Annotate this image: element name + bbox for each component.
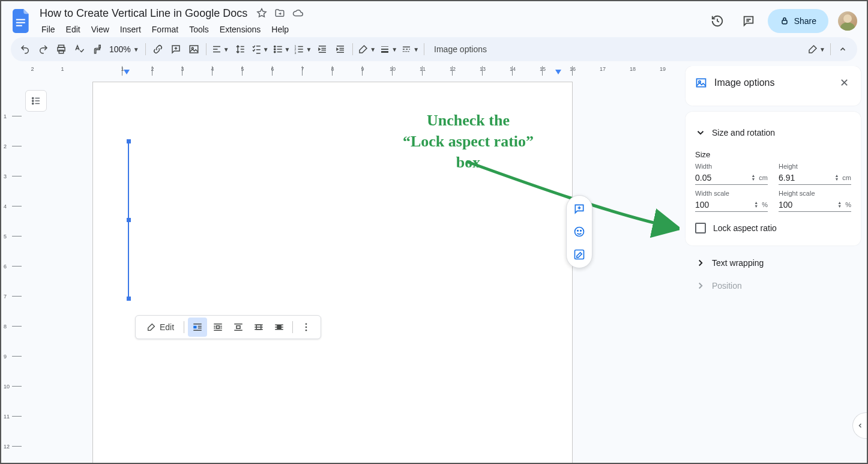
height-label: Height [779,163,851,170]
section-size-rotation[interactable]: Size and rotation [695,121,851,144]
image-options-button[interactable]: Image options [428,44,493,54]
width-label: Width [695,163,768,170]
section-text-wrapping[interactable]: Text wrapping [686,252,861,274]
indent-marker-left[interactable] [124,70,130,74]
add-comment-bubble-icon[interactable] [571,200,588,217]
break-text-icon[interactable] [229,318,248,337]
add-comment-icon[interactable] [167,41,184,58]
wrap-text-icon[interactable] [208,318,228,337]
resize-handle-middle[interactable] [127,218,131,222]
svg-rect-1 [16,22,25,23]
height-scale-label: Height scale [779,190,851,197]
add-emoji-icon[interactable] [571,223,588,240]
image-floating-toolbar: Edit [135,315,321,339]
height-scale-input[interactable]: ▲▼ % [779,198,851,212]
menu-tools[interactable]: Tools [185,22,213,37]
menu-view[interactable]: View [87,22,113,37]
vertical-ruler[interactable]: 12345678910111213 [1,76,22,463]
checklist-icon[interactable]: ▼ [250,41,270,58]
menu-insert[interactable]: Insert [116,22,145,37]
svg-point-11 [274,51,275,52]
undo-icon[interactable] [17,41,34,58]
svg-rect-30 [697,79,706,86]
svg-point-26 [575,227,584,237]
menu-extensions[interactable]: Extensions [215,22,265,37]
border-dash-icon[interactable]: ▼ [400,41,420,58]
svg-point-28 [580,230,582,232]
zoom-select[interactable]: 100%▼ [107,44,142,54]
width-input[interactable]: ▲▼ cm [695,171,768,185]
menu-format[interactable]: Format [148,22,182,37]
indent-marker-right[interactable] [555,70,561,74]
share-label: Share [794,16,816,26]
document-title[interactable]: How to Create Vertical Line in Google Do… [37,6,250,21]
insert-link-icon[interactable] [149,41,166,58]
wrap-inline-icon[interactable] [188,318,207,337]
svg-point-15 [32,97,34,98]
chevron-right-icon [695,258,706,268]
lock-aspect-ratio-checkbox[interactable] [695,223,706,234]
image-options-panel: Image options ✕ Size and rotation Size W… [680,66,867,463]
account-avatar[interactable] [838,11,857,31]
resize-handle-bottom[interactable] [127,297,131,301]
menu-file[interactable]: File [37,22,59,37]
size-heading: Size [695,150,851,159]
behind-text-icon[interactable] [249,318,268,337]
svg-point-16 [32,100,34,101]
decrease-indent-icon[interactable] [314,41,331,58]
zoom-value: 100% [109,44,131,54]
collapse-toolbar-icon[interactable] [834,41,851,58]
close-panel-icon[interactable]: ✕ [837,76,851,90]
tutorial-annotation: Uncheck the “Lock aspect ratio” box [366,110,570,173]
svg-text:3: 3 [295,51,297,55]
svg-point-9 [274,46,275,47]
paint-format-icon[interactable] [89,41,106,58]
menu-edit[interactable]: Edit [62,22,85,37]
suggest-edits-icon[interactable] [571,246,588,263]
star-icon[interactable] [256,7,268,19]
align-icon[interactable]: ▼ [210,41,231,58]
menu-help[interactable]: Help [267,22,293,37]
app-header: How to Create Vertical Line in Google Do… [1,1,867,37]
more-options-icon[interactable] [297,318,316,337]
print-icon[interactable] [53,41,70,58]
chevron-right-icon [695,280,706,291]
editing-mode-icon[interactable]: ▼ [806,41,827,58]
move-folder-icon[interactable] [274,7,286,19]
resize-handle-top[interactable] [127,139,131,143]
edit-image-button[interactable]: Edit [140,318,180,337]
svg-rect-18 [193,326,196,329]
height-input[interactable]: ▲▼ cm [779,171,851,185]
show-outline-icon[interactable] [25,90,47,112]
horizontal-ruler[interactable]: 2112345678910111213141516171819 [22,66,680,76]
svg-point-10 [274,49,275,50]
share-button[interactable]: Share [768,9,828,33]
svg-point-23 [306,323,307,325]
svg-point-17 [32,103,34,104]
width-scale-input[interactable]: ▲▼ % [695,198,768,212]
main-toolbar: 100%▼ ▼ ▼ ▼ 123▼ ▼ ▼ ▼ Image options ▼ [11,37,857,61]
insert-image-icon[interactable] [185,41,202,58]
document-page[interactable]: Edit Uncheck the “Lock aspect ratio” box [92,82,573,463]
edit-label: Edit [160,322,174,332]
redo-icon[interactable] [35,41,52,58]
history-icon[interactable] [705,9,729,33]
bullet-list-icon[interactable]: ▼ [271,41,292,58]
menubar: File Edit View Insert Format Tools Exten… [37,22,705,37]
stepper-down[interactable]: ▼ [751,178,755,181]
line-spacing-icon[interactable] [232,41,249,58]
svg-rect-20 [237,326,240,329]
increase-indent-icon[interactable] [332,41,349,58]
docs-logo[interactable] [11,10,32,32]
border-color-icon[interactable]: ▼ [357,41,377,58]
border-weight-icon[interactable]: ▼ [378,41,399,58]
svg-rect-2 [16,25,22,26]
chevron-down-icon [695,127,706,138]
svg-rect-0 [16,19,25,20]
spellcheck-icon[interactable] [71,41,88,58]
numbered-list-icon[interactable]: 123▼ [292,41,313,58]
comments-icon[interactable] [737,9,761,33]
cloud-status-icon[interactable] [292,7,304,19]
image-icon [695,77,707,89]
in-front-text-icon[interactable] [270,318,289,337]
